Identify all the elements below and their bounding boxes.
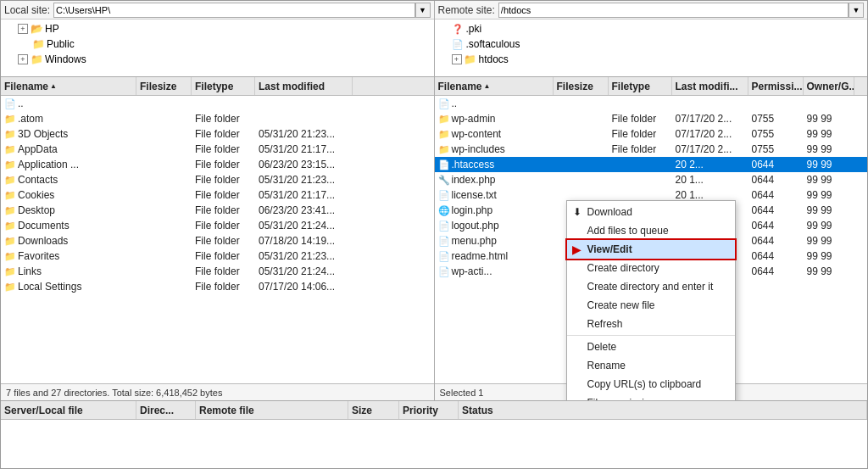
folder-windows-icon xyxy=(30,53,43,66)
logoutphp-icon: 📄 xyxy=(438,221,450,232)
local-col-filetype[interactable]: Filetype xyxy=(192,77,255,95)
local-row-downloads[interactable]: 📁Downloads File folder 07/18/20 14:19... xyxy=(1,233,434,248)
remote-col-filesize[interactable]: Filesize xyxy=(554,77,609,95)
ctx-copy-url[interactable]: Copy URL(s) to clipboard xyxy=(567,375,735,394)
appdata-icon: 📁 xyxy=(4,144,16,155)
file-section: Filename ▲ Filesize Filetype Last modifi… xyxy=(1,77,867,400)
local-row-links[interactable]: 📁Links File folder 05/31/20 21:24... xyxy=(1,264,434,279)
ctx-create-file[interactable]: Create new file xyxy=(567,296,735,315)
loginphp-icon: 🌐 xyxy=(438,205,450,216)
local-row-dotdot[interactable]: 📄.. xyxy=(1,96,434,111)
local-row-atom[interactable]: 📁.atom File folder xyxy=(1,111,434,126)
ctx-create-dir-enter[interactable]: Create directory and enter it xyxy=(567,277,735,296)
transfer-header: Server/Local file Direc... Remote file S… xyxy=(1,401,867,420)
ctx-delete[interactable]: Delete xyxy=(567,338,735,356)
remote-row-htaccess[interactable]: 📄.htaccess 20 2... 0644 99 99 xyxy=(435,157,868,172)
transfer-col-size[interactable]: Size xyxy=(348,401,399,419)
createfile-ctx-icon xyxy=(570,299,584,312)
ctx-view-edit[interactable]: ▶ View/Edit xyxy=(567,240,735,259)
transfer-col-priority[interactable]: Priority xyxy=(399,401,459,419)
main-window: Local site: ▼ + HP Public + Windows xyxy=(0,0,868,469)
3dobjects-icon: 📁 xyxy=(4,129,16,140)
readmehtml-icon: 📄 xyxy=(438,251,450,262)
transfer-list xyxy=(1,420,867,468)
local-status-text: 7 files and 27 directories. Total size: … xyxy=(6,388,222,398)
remote-row-wpadmin[interactable]: 📁wp-admin File folder 07/17/20 2... 0755… xyxy=(435,111,868,126)
tree-item-windows-label: Windows xyxy=(45,53,86,65)
remote-path-input[interactable] xyxy=(498,3,849,18)
ctx-add-queue[interactable]: Add files to queue xyxy=(567,221,735,240)
local-tree-pane: Local site: ▼ + HP Public + Windows xyxy=(1,1,435,76)
local-row-application[interactable]: 📁Application ... File folder 06/23/20 23… xyxy=(1,157,434,172)
tree-item-htdocs[interactable]: + htdocs xyxy=(438,52,865,67)
local-row-contacts[interactable]: 📁Contacts File folder 05/31/20 21:23... xyxy=(1,172,434,187)
ctx-delete-label: Delete xyxy=(587,341,617,353)
addqueue-ctx-icon xyxy=(570,224,584,237)
local-path-input[interactable] xyxy=(53,3,415,18)
ctx-create-dir-enter-label: Create directory and enter it xyxy=(587,281,714,293)
copyurl-ctx-icon xyxy=(570,377,584,391)
licensetxt-icon: 📄 xyxy=(438,190,450,201)
ctx-create-dir[interactable]: Create directory xyxy=(567,259,735,277)
transfer-col-status[interactable]: Status xyxy=(459,401,867,419)
remote-row-wpcontent[interactable]: 📁wp-content File folder 07/17/20 2... 07… xyxy=(435,126,868,142)
remote-path-dropdown[interactable]: ▼ xyxy=(849,3,864,18)
local-file-pane: Filename ▲ Filesize Filetype Last modifi… xyxy=(1,77,435,400)
remote-row-indexphp[interactable]: 🔧index.php 20 1... 0644 99 99 xyxy=(435,172,868,187)
createdir-ctx-icon xyxy=(570,261,584,275)
links-icon: 📁 xyxy=(4,266,16,277)
expand-windows[interactable]: + xyxy=(18,54,28,64)
remote-col-perms[interactable]: Permissi... xyxy=(748,77,804,95)
local-col-filename[interactable]: Filename ▲ xyxy=(1,77,136,95)
transfer-col-server[interactable]: Server/Local file xyxy=(1,401,136,419)
tree-item-hp[interactable]: + HP xyxy=(4,21,431,36)
remote-row-wpincludes[interactable]: 📁wp-includes File folder 07/17/20 2... 0… xyxy=(435,142,868,157)
folder-hp-icon xyxy=(30,22,43,36)
ctx-refresh[interactable]: Refresh xyxy=(567,315,735,333)
wpacti-icon: 📄 xyxy=(438,266,450,277)
remote-site-label: Remote site: xyxy=(438,4,495,16)
tree-item-htdocs-label: htdocs xyxy=(479,53,509,65)
local-row-localsettings[interactable]: 📁Local Settings File folder 07/17/20 14:… xyxy=(1,279,434,294)
transfer-col-remote[interactable]: Remote file xyxy=(196,401,348,419)
contacts-icon: 📁 xyxy=(4,175,16,186)
remote-row-dotdot[interactable]: 📄.. xyxy=(435,96,868,111)
ctx-download[interactable]: ⬇ Download xyxy=(567,203,735,221)
tree-softaculous-icon: 📄 xyxy=(452,39,464,50)
remote-file-pane: Filename ▲ Filesize Filetype Last modifi… xyxy=(435,77,868,400)
local-col-modified[interactable]: Last modified xyxy=(255,77,353,95)
viewedit-ctx-icon: ▶ xyxy=(570,243,584,256)
local-row-cookies[interactable]: 📁Cookies File folder 05/31/20 21:17... xyxy=(1,187,434,203)
tree-item-hp-label: HP xyxy=(45,23,59,35)
local-row-appdata[interactable]: 📁AppData File folder 05/31/20 21:17... xyxy=(1,142,434,157)
localsettings-icon: 📁 xyxy=(4,282,16,293)
wpadmin-icon: 📁 xyxy=(438,114,450,125)
expand-htdocs[interactable]: + xyxy=(452,54,462,64)
remote-pane-header: Remote site: ▼ xyxy=(435,1,868,20)
tree-item-pki[interactable]: ❓ .pki xyxy=(438,21,865,36)
local-row-3dobjects[interactable]: 📁3D Objects File folder 05/31/20 21:23..… xyxy=(1,126,434,142)
transfer-col-dir[interactable]: Direc... xyxy=(136,401,196,419)
tree-item-windows[interactable]: + Windows xyxy=(4,52,431,67)
tree-item-public[interactable]: Public xyxy=(4,36,431,52)
local-row-favorites[interactable]: 📁Favorites File folder 05/31/20 21:23... xyxy=(1,248,434,264)
local-path-dropdown[interactable]: ▼ xyxy=(415,3,431,18)
remote-col-owner[interactable]: Owner/G... xyxy=(804,77,854,95)
menuphp-icon: 📄 xyxy=(438,236,450,247)
local-filename-label: Filename xyxy=(4,81,48,92)
ctx-rename[interactable]: Rename xyxy=(567,356,735,375)
fileperms-ctx-icon xyxy=(570,396,584,400)
dotdot-icon: 📄 xyxy=(4,98,16,109)
local-col-filesize[interactable]: Filesize xyxy=(136,77,192,95)
local-row-documents[interactable]: 📁Documents File folder 05/31/20 21:24... xyxy=(1,218,434,233)
remote-col-modified[interactable]: Last modifi... xyxy=(672,77,748,95)
tree-item-pki-label: .pki xyxy=(466,23,482,35)
ctx-file-perms[interactable]: File permissions... xyxy=(567,394,735,400)
remote-col-filetype[interactable]: Filetype xyxy=(609,77,672,95)
r-dotdot-icon: 📄 xyxy=(438,98,450,109)
tree-item-softaculous[interactable]: 📄 .softaculous xyxy=(438,36,865,52)
local-row-desktop[interactable]: 📁Desktop File folder 06/23/20 23:41... xyxy=(1,203,434,218)
remote-col-filename[interactable]: Filename ▲ xyxy=(435,77,554,95)
expand-hp[interactable]: + xyxy=(18,24,28,34)
local-tree-area: + HP Public + Windows xyxy=(1,20,434,76)
